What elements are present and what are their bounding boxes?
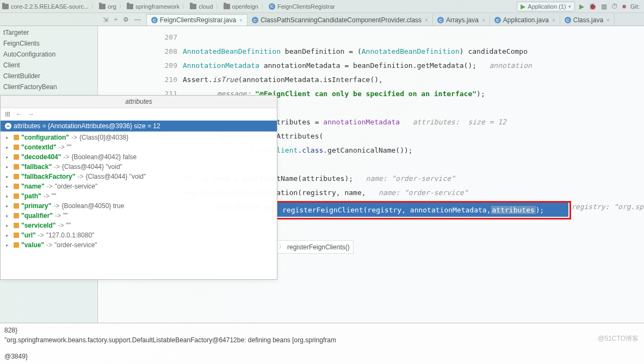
chevron-right-icon[interactable]: ▸ [6,203,11,209]
field-icon [14,154,19,160]
stop-button[interactable]: ■ [622,3,626,10]
project-crumb[interactable]: core-2.2.5.RELEASE-sourc... [2,3,89,10]
line-number: 210 [147,73,177,87]
watermark: @51CTO博客 [598,334,639,343]
coverage-button[interactable]: ▦ [601,3,607,10]
run-button[interactable]: ▶ [579,3,584,10]
debug-rows: ▸"configuration" -> {Class[0]@4038}▸"con… [1,131,277,279]
field-icon [14,242,19,248]
debug-root-label: attributes = {AnnotationAttributes@3936}… [14,122,160,130]
tab-feignclientsregistrar-java[interactable]: CFeignClientsRegistrar.java× [147,14,247,26]
arrow-icon: -> [63,153,69,161]
project-item[interactable]: ClientFactoryBean [0,81,97,92]
debug-value: {Class[0]@4038} [79,134,128,141]
forward-icon[interactable]: → [28,110,34,118]
tab-label: Arrays.java [446,16,479,24]
debug-panel-toolbar: ⊞ ← → [1,108,277,121]
project-item[interactable]: ClientBuilder [0,71,97,81]
project-item[interactable]: FeignClients [0,38,97,49]
debug-variable-row[interactable]: ▸"configuration" -> {Class[0]@4038} [1,133,277,142]
debug-key: "fallbackFactory" [21,173,75,180]
project-item[interactable]: tTargeter [0,27,97,38]
arrow-icon: -> [38,231,44,239]
close-icon[interactable]: × [606,17,610,23]
debug-value: "" [66,222,71,229]
minimize-icon[interactable]: — [134,16,141,23]
close-icon[interactable]: × [552,17,555,23]
arrow-icon: -> [77,173,83,180]
crumb-openfeign[interactable]: openfeign [224,3,258,10]
chevron-right-icon[interactable]: ▸ [6,223,11,228]
back-icon[interactable]: ← [16,110,22,118]
arrow-icon: -> [46,241,52,249]
crumb-file[interactable]: CFeignClientsRegistrar [269,3,335,10]
debug-variable-row[interactable]: ▸"contextId" -> "" [1,142,277,152]
chevron-right-icon[interactable]: ▸ [6,184,11,189]
debug-variable-row[interactable]: ▸"decode404" -> {Boolean@4042} false [1,152,277,162]
console-output[interactable]: 828} "org.springframework.beans.factory.… [0,323,644,364]
expand-all-icon[interactable]: ⊞ [5,110,10,118]
tab-label: Class.java [573,16,603,24]
run-config-label: Application (1) [528,3,566,10]
debug-variable-row[interactable]: ▸"fallback" -> {Class@4044} "void" [1,162,277,172]
debug-variable-row[interactable]: ▸"url" -> "127.0.0.1:8080" [1,230,277,240]
chevron-right-icon[interactable]: ▸ [6,154,11,160]
class-icon: C [437,17,444,23]
profile-button[interactable]: ⏱ [611,3,618,10]
method-breadcrumb[interactable]: 〉 registerFeignClients() [275,240,354,254]
debug-button[interactable]: 🐞 [589,3,597,10]
tab-application-java[interactable]: CApplication.java× [490,15,560,26]
debug-value: {Class@4044} "void" [62,163,122,171]
debug-variable-row[interactable]: ▸"qualifier" -> "" [1,211,277,221]
debug-key: "value" [21,241,44,249]
run-config-selector[interactable]: ▶ Application (1) ▾ [517,2,574,11]
debug-variable-row[interactable]: ▸"path" -> "" [1,191,277,201]
debug-value: "" [67,143,72,151]
tab-label: ClassPathScanningCandidateComponentProvi… [261,16,422,24]
debugger-variables-panel[interactable]: attributes ⊞ ← → ∞ attributes = {Annotat… [0,95,277,280]
class-icon: C [252,17,258,23]
crumb-cloud[interactable]: cloud [190,3,213,10]
debug-variable-row[interactable]: ▸"name" -> "order-service" [1,181,277,191]
debug-variable-row[interactable]: ▸"value" -> "order-service" [1,240,277,250]
chevron-right-icon[interactable]: ▸ [6,242,11,248]
chevron-down-icon: ▾ [568,4,571,9]
crumb-org[interactable]: org [99,3,116,10]
debug-value: "127.0.0.1:8080" [46,231,95,239]
gear-icon[interactable]: ⚙ [123,16,129,23]
debug-value: {Boolean@4042} false [71,153,137,161]
project-item[interactable]: Client [0,60,97,71]
chevron-right-icon[interactable]: ▸ [6,233,11,238]
expand-icon[interactable]: ⇲ [103,16,108,23]
arrow-icon: -> [53,202,59,210]
close-icon[interactable]: × [239,17,243,23]
class-icon: C [151,17,158,23]
divide-icon[interactable]: ÷ [114,16,117,23]
project-item[interactable]: AutoConfiguration [0,49,97,60]
debug-value: "" [52,192,57,200]
chevron-right-icon[interactable]: ▸ [6,213,11,218]
debug-variable-row[interactable]: ▸"fallbackFactory" -> {Class@4044} "void… [1,172,277,181]
close-icon[interactable]: × [425,17,428,23]
chevron-right-icon[interactable]: ▸ [6,164,11,170]
chevron-right-icon[interactable]: ▸ [6,174,11,179]
debug-value: "order-service" [55,183,98,190]
field-icon [14,213,19,218]
chevron-right-icon[interactable]: ▸ [6,193,11,199]
tab-classpathscanningcandidatecomponentprovider-class[interactable]: CClassPathScanningCandidateComponentProv… [247,15,433,26]
field-icon [14,174,19,179]
tab-class-java[interactable]: CClass.java× [560,15,615,26]
crumb-springframework[interactable]: springframework [127,3,179,10]
chevron-right-icon[interactable]: ▸ [6,145,11,150]
field-icon [14,184,19,189]
field-icon [14,135,19,140]
debug-variable-row[interactable]: ▸"serviceId" -> "" [1,221,277,230]
tab-arrays-java[interactable]: CArrays.java× [433,15,490,26]
chevron-right-icon: 〉 [182,2,188,10]
chevron-right-icon[interactable]: ▸ [6,135,11,140]
project-name: core-2.2.5.RELEASE-sourc... [11,3,89,10]
close-icon[interactable]: × [482,17,485,23]
debug-root-node[interactable]: ∞ attributes = {AnnotationAttributes@393… [1,121,277,131]
tab-label: FeignClientsRegistrar.java [160,16,236,24]
debug-variable-row[interactable]: ▸"primary" -> {Boolean@4050} true [1,201,277,211]
